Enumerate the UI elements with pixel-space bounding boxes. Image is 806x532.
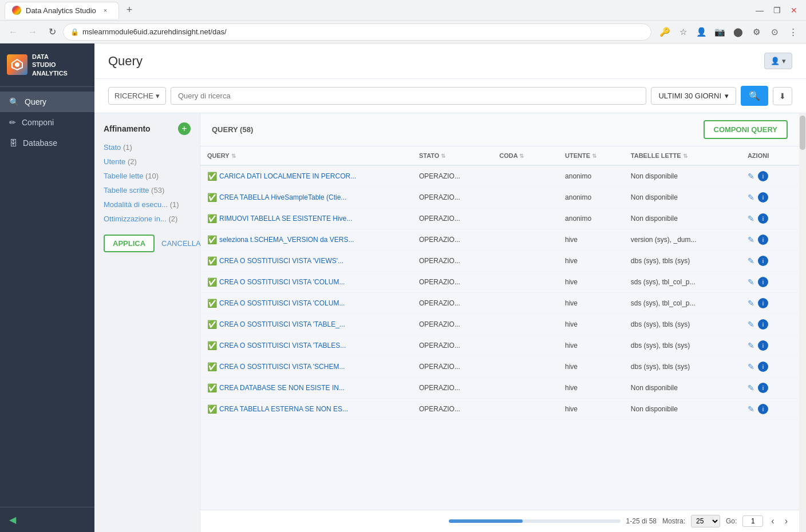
next-page-button[interactable]: ›	[783, 515, 790, 527]
affinamento-add-button[interactable]: +	[178, 122, 191, 135]
col-header-query: QUERY ⇅	[200, 146, 412, 165]
edit-icon-4[interactable]: ✎	[748, 256, 754, 265]
minimize-btn[interactable]: —	[752, 3, 767, 18]
search-button[interactable]: 🔍	[741, 86, 768, 106]
cell-query-6: ✅ CREA O SOSTITUISCI VISTA 'COLUM...	[200, 293, 412, 314]
go-input[interactable]	[742, 515, 763, 527]
sidebar-bottom: ◀	[0, 507, 94, 532]
filter-utente[interactable]: Utente (2)	[104, 157, 191, 166]
cell-coda-11	[492, 399, 558, 420]
info-icon-6[interactable]: i	[758, 298, 768, 308]
sort-icon-stato: ⇅	[441, 153, 445, 159]
table-row: ✅ RIMUOVI TABELLA SE ESISTENTE Hive... O…	[200, 208, 799, 229]
query-text-9[interactable]: CREA O SOSTITUISCI VISTA 'SCHEM...	[219, 363, 345, 371]
date-filter-button[interactable]: ULTIMI 30 GIORNI ▾	[651, 87, 736, 105]
right-scrollbar[interactable]	[799, 113, 806, 532]
key-icon[interactable]: 🔑	[656, 23, 673, 41]
filter-tabelle-lette[interactable]: Tabelle lette (10)	[104, 172, 191, 180]
cell-query-10: ✅ CREA DATABASE SE NON ESISTE IN...	[200, 378, 412, 399]
prev-page-button[interactable]: ‹	[769, 515, 776, 527]
address-bar[interactable]: 🔒 mslearnmodule6uid.azurehdinsight.net/d…	[63, 23, 651, 41]
filter-ottimizzazione[interactable]: Ottimizzazione in... (2)	[104, 215, 191, 223]
menu-icon[interactable]: ⋮	[784, 23, 801, 41]
filter-modalita[interactable]: Modalità di esecu... (1)	[104, 200, 191, 209]
database-icon: 🗄	[9, 138, 17, 148]
status-icon-0: ✅	[207, 172, 217, 181]
edit-icon-3[interactable]: ✎	[748, 235, 754, 244]
info-icon-9[interactable]: i	[758, 362, 768, 372]
edit-icon-8[interactable]: ✎	[748, 341, 754, 350]
query-text-1[interactable]: CREA TABELLA HiveSampleTable (Ctie...	[219, 193, 346, 201]
cell-azioni-2: ✎ i	[741, 208, 799, 229]
pagination-progress	[449, 519, 621, 523]
query-text-10[interactable]: CREA DATABASE SE NON ESISTE IN...	[219, 384, 345, 392]
info-icon-5[interactable]: i	[758, 277, 768, 287]
sidebar-item-componi[interactable]: ✏ Componi	[0, 112, 94, 133]
col-header-tabelle: TABELLE LETTE ⇅	[624, 146, 741, 165]
info-icon-1[interactable]: i	[758, 192, 768, 203]
info-icon-3[interactable]: i	[758, 235, 768, 245]
settings-icon[interactable]: ⚙	[748, 23, 765, 41]
info-icon-0[interactable]: i	[758, 171, 768, 181]
profile-icon[interactable]: ⊙	[766, 23, 783, 41]
search-input[interactable]	[171, 87, 647, 105]
info-icon-2[interactable]: i	[758, 213, 768, 224]
download-button[interactable]: ⬇	[773, 87, 792, 105]
edit-icon-0[interactable]: ✎	[748, 172, 754, 181]
bookmark-icon[interactable]: ☆	[674, 23, 692, 41]
info-icon-4[interactable]: i	[758, 256, 768, 266]
content-area: Affinamento + Stato (1) Utente (2) Tabel…	[94, 113, 806, 532]
ricerche-button[interactable]: RICERCHE ▾	[108, 87, 166, 105]
query-table: QUERY ⇅ STATO ⇅ CODA ⇅ UTENTE ⇅ TABELLE …	[200, 146, 799, 420]
table-row: ✅ CREA O SOSTITUISCI VISTA 'TABLES... OP…	[200, 335, 799, 356]
filter-tabelle-scritte[interactable]: Tabelle scritte (53)	[104, 186, 191, 194]
edit-icon-5[interactable]: ✎	[748, 277, 754, 287]
edit-icon-2[interactable]: ✎	[748, 214, 754, 223]
new-tab-btn[interactable]: +	[121, 2, 137, 18]
query-text-4[interactable]: CREA O SOSTITUISCI VISTA 'VIEWS'...	[219, 257, 343, 265]
cell-tabelle-3: version (sys), _dum...	[624, 229, 741, 251]
extension-icon[interactable]: ⬤	[729, 23, 746, 41]
query-text-2[interactable]: RIMUOVI TABELLA SE ESISTENTE Hive...	[219, 215, 352, 223]
sidebar-collapse-icon[interactable]: ◀	[9, 515, 16, 525]
camera-icon[interactable]: 📷	[711, 23, 728, 41]
query-text-5[interactable]: CREA O SOSTITUISCI VISTA 'COLUM...	[219, 278, 345, 286]
user-button[interactable]: 👤 ▾	[764, 53, 792, 69]
cell-azioni-10: ✎ i	[741, 378, 799, 399]
cancella-button[interactable]: CANCELLA	[161, 235, 201, 252]
edit-icon-7[interactable]: ✎	[748, 320, 754, 329]
info-icon-10[interactable]: i	[758, 383, 768, 393]
edit-icon-1[interactable]: ✎	[748, 193, 754, 202]
sidebar-item-query[interactable]: 🔍 Query	[0, 92, 94, 112]
edit-icon-11[interactable]: ✎	[748, 404, 754, 414]
query-text-6[interactable]: CREA O SOSTITUISCI VISTA 'COLUM...	[219, 299, 345, 307]
address-text: mslearnmodule6uid.azurehdinsight.net/das…	[82, 27, 227, 36]
info-icon-11[interactable]: i	[758, 404, 768, 414]
maximize-btn[interactable]: ❐	[769, 3, 784, 18]
componi-query-button[interactable]: COMPONI QUERY	[704, 120, 788, 139]
filter-tabelle-lette-label: Tabelle lette (10)	[104, 172, 159, 180]
query-text-0[interactable]: CARICA DATI LOCALMENTE IN PERCOR...	[219, 172, 356, 180]
back-btn[interactable]: ←	[5, 23, 22, 41]
edit-icon-9[interactable]: ✎	[748, 362, 754, 371]
query-text-8[interactable]: CREA O SOSTITUISCI VISTA 'TABLES...	[219, 342, 346, 350]
sidebar-item-database[interactable]: 🗄 Database	[0, 133, 94, 153]
query-text-7[interactable]: CREA O SOSTITUISCI VISTA 'TABLE_...	[219, 320, 345, 328]
edit-icon-6[interactable]: ✎	[748, 299, 754, 308]
browser-tab[interactable]: Data Analytics Studio ×	[5, 2, 119, 19]
screenshot-icon[interactable]: 👤	[693, 23, 710, 41]
edit-icon-10[interactable]: ✎	[748, 383, 754, 392]
cell-tabelle-8: dbs (sys), tbls (sys)	[624, 335, 741, 356]
info-icon-7[interactable]: i	[758, 319, 768, 329]
tab-close-btn[interactable]: ×	[101, 6, 110, 15]
query-text-3[interactable]: seleziona t.SCHEMA_VERSION da VERS...	[219, 236, 354, 244]
page-size-select[interactable]: 25 50 100	[691, 515, 720, 527]
date-filter-chevron: ▾	[725, 92, 729, 100]
filter-stato[interactable]: Stato (1)	[104, 143, 191, 152]
info-icon-8[interactable]: i	[758, 340, 768, 351]
reload-btn[interactable]: ↻	[44, 23, 61, 41]
query-text-11[interactable]: CREA TABELLA ESTERNA SE NON ES...	[219, 405, 348, 413]
close-btn[interactable]: ✕	[787, 3, 801, 18]
forward-btn[interactable]: →	[24, 23, 41, 41]
applica-button[interactable]: APPLICA	[104, 235, 155, 252]
